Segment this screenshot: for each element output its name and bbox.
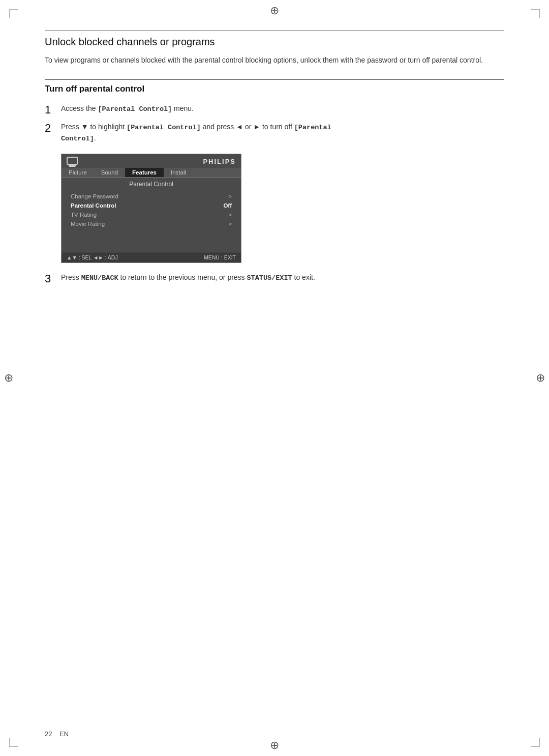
corner-mark-tr bbox=[531, 9, 540, 18]
step-3-text: Press MENU/BACK to return to the previou… bbox=[61, 272, 504, 283]
tv-nav-sound: Sound bbox=[94, 168, 125, 177]
step-1-keyword: [Parental Control] bbox=[98, 105, 172, 113]
section1-title: Unlock blocked channels or programs bbox=[45, 31, 504, 48]
steps-list-2: 3 Press MENU/BACK to return to the previ… bbox=[45, 272, 504, 285]
step-2-number: 2 bbox=[45, 122, 61, 135]
corner-mark-bl bbox=[9, 738, 18, 747]
tv-menu-label-change-password: Change Password bbox=[71, 193, 118, 199]
step-3-keyword1: MENU/BACK bbox=[81, 274, 118, 282]
tv-status-right: MENU : EXIT bbox=[204, 254, 236, 260]
page-language: EN bbox=[59, 730, 69, 738]
tv-menu-label-parental-control: Parental Control bbox=[71, 202, 116, 209]
step-2: 2 Press ▼ to highlight [Parental Control… bbox=[45, 122, 504, 144]
philips-logo: PHILIPS bbox=[203, 158, 236, 165]
tv-menu-value-movie-rating: > bbox=[228, 221, 232, 227]
steps-list: 1 Access the [Parental Control] menu. 2 … bbox=[45, 103, 504, 144]
crosshair-bottom-icon: ⊕ bbox=[270, 739, 279, 752]
step-2-keyword1: [Parental Control] bbox=[127, 124, 201, 131]
tv-menu-value-tv-rating: > bbox=[228, 212, 232, 218]
main-content: Unlock blocked channels or programs To v… bbox=[45, 31, 504, 725]
tv-status-left: ▲▼ : SEL ◄► : ADJ bbox=[67, 254, 118, 260]
tv-menu-value-change-password: > bbox=[228, 193, 232, 199]
step-1: 1 Access the [Parental Control] menu. bbox=[45, 103, 504, 117]
tv-nav-install: Install bbox=[164, 168, 193, 177]
step-1-text: Access the [Parental Control] menu. bbox=[61, 103, 504, 114]
section2-title: Turn off parental control bbox=[45, 79, 504, 94]
tv-menu-heading: Parental Control bbox=[62, 178, 241, 190]
tv-screen: PHILIPS Picture Sound Features Install P… bbox=[61, 154, 241, 263]
tv-menu-row-movie-rating: Movie Rating > bbox=[71, 219, 232, 228]
step-3-keyword2: STATUS/EXIT bbox=[247, 274, 292, 282]
crosshair-left-icon: ⊕ bbox=[4, 371, 13, 385]
tv-menu-value-parental-control: Off bbox=[223, 202, 232, 209]
tv-menu-rows: Change Password > Parental Control Off T… bbox=[62, 190, 241, 230]
page-number: 22 bbox=[45, 730, 52, 738]
corner-mark-br bbox=[531, 738, 540, 747]
tv-menu-row-parental-control: Parental Control Off bbox=[71, 201, 232, 210]
step-2-text: Press ▼ to highlight [Parental Control] … bbox=[61, 122, 504, 144]
tv-nav-bar: Picture Sound Features Install bbox=[62, 168, 241, 178]
step-3: 3 Press MENU/BACK to return to the previ… bbox=[45, 272, 504, 285]
corner-mark-tl bbox=[9, 9, 18, 18]
section1-intro: To view programs or channels blocked wit… bbox=[45, 55, 504, 66]
crosshair-right-icon: ⊕ bbox=[536, 371, 545, 385]
tv-icon-row: PHILIPS bbox=[62, 154, 241, 168]
tv-menu-row-tv-rating: TV Rating > bbox=[71, 210, 232, 219]
tv-nav-picture: Picture bbox=[62, 168, 94, 177]
tv-status-bar: ▲▼ : SEL ◄► : ADJ MENU : EXIT bbox=[62, 252, 241, 263]
step-3-number: 3 bbox=[45, 272, 61, 285]
crosshair-top-icon: ⊕ bbox=[270, 4, 279, 17]
tv-menu-label-tv-rating: TV Rating bbox=[71, 212, 97, 218]
step-1-number: 1 bbox=[45, 103, 61, 117]
monitor-icon bbox=[67, 157, 78, 165]
page-footer: 22 EN bbox=[45, 730, 69, 738]
tv-menu-row-change-password: Change Password > bbox=[71, 192, 232, 201]
tv-menu-label-movie-rating: Movie Rating bbox=[71, 221, 105, 227]
tv-nav-features: Features bbox=[125, 168, 164, 177]
